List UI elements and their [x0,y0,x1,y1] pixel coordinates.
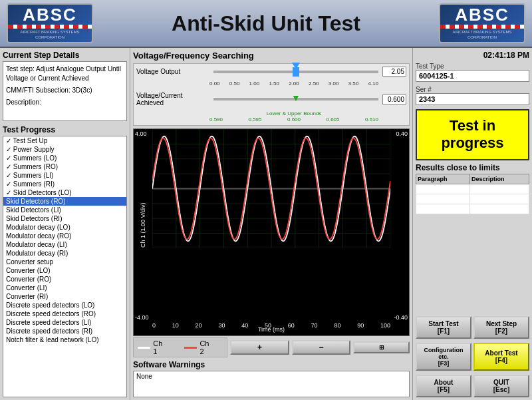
results-row-empty [416,184,529,194]
results-row-empty2 [416,194,529,204]
legend-ch1: Ch 1 [138,339,166,355]
slider-area: Voltage Output 2.05 0.000.501.001.502.00… [133,63,410,126]
test-progress-section: Test Progress ✓ Test Set Up✓ Power Suppl… [3,125,127,397]
sw-warnings-title: Software Warnings [133,360,410,369]
zoom-in-button[interactable]: + [230,340,289,355]
current-ticks: 0.5900.5950.6000.6050.610 [136,116,378,122]
progress-item[interactable]: Discrete speed detectors (LI) [3,318,126,327]
y-axis-left-label: Ch 1 (1.00 V/div) [134,129,152,321]
progress-item[interactable]: Converter (RI) [3,292,126,301]
quit-button[interactable]: QUIT[Esc] [473,375,529,397]
logo-stripe-right [440,25,524,29]
progress-item[interactable]: Skid Detectors (RI) [3,214,126,223]
progress-item[interactable]: Modulator decay (LI) [3,240,126,249]
voltage-ticks: 0.000.501.001.502.002.503.003.504.10 [136,81,378,87]
serial-row: Ser # 2343 [416,86,529,105]
progress-item[interactable]: ✓ Summers (LO) [3,154,126,162]
chart-svg [152,129,390,248]
voltage-row: Voltage Output 2.05 [136,67,406,77]
voltage-value: 2.05 [382,67,406,77]
progress-item[interactable]: ✓ Skid Detectors (LO) [3,188,126,197]
serial-value: 2343 [416,93,529,105]
current-track[interactable]: ▼ [213,98,378,100]
progress-item[interactable]: Discrete speed detectors (RI) [3,327,126,335]
header: ABSC AIRCRAFT BRAKING SYSTEMS CORPORATIO… [0,0,532,48]
vf-title: Voltage/Frequency Searching [133,51,410,61]
y-bottom-left: -4.00 [135,314,149,321]
description-label: Description: [6,98,124,107]
progress-item[interactable]: Modulator decay (RI) [3,249,126,258]
progress-item[interactable]: Converter (LI) [3,284,126,292]
progress-item[interactable]: Converter setup [3,258,126,266]
legend-ch2: Ch 2 [184,339,212,355]
test-type-label: Test Type [416,63,529,70]
progress-item[interactable]: Skid Detectors (LI) [3,206,126,214]
zoom-fit-button[interactable]: ⊞ [353,341,410,353]
logo-left: ABSC AIRCRAFT BRAKING SYSTEMS CORPORATIO… [7,3,93,43]
current-value: 0.600 [382,95,406,104]
progress-item[interactable]: ✓ Summers (RI) [3,180,126,188]
sw-warnings-value: None [136,373,152,380]
test-in-progress-badge: Test in progress [416,109,529,160]
button-row-2: Configuration etc.[F3] Abort Test[F4] [416,343,529,371]
ch2-color-swatch [184,347,197,349]
results-col1: Paragraph [416,174,470,184]
logo-sub-right: AIRCRAFT BRAKING SYSTEMS CORPORATION [440,30,524,41]
logo-sub-left: AIRCRAFT BRAKING SYSTEMS CORPORATION [8,30,92,41]
center-panel: Voltage/Frequency Searching Voltage Outp… [130,48,412,400]
config-button[interactable]: Configuration etc.[F3] [416,343,471,371]
left-panel: Current Step Details Test step: Adjust A… [0,48,130,400]
y-top-right: 0.40 [396,130,408,137]
serial-label: Ser # [416,86,529,93]
step-text: Test step: Adjust Analogue Output Until … [6,65,124,83]
progress-item[interactable]: Modulator decay (RO) [3,232,126,240]
results-section: Results close to limits Paragraph Descri… [416,163,529,313]
zoom-out-button[interactable]: − [292,340,351,355]
button-row-1: Start Test[F1] Next Step[F2] [416,316,529,339]
progress-item[interactable]: Converter (LO) [3,266,126,275]
current-bounds-label: Lower & Upper Bounds [136,110,378,116]
progress-item[interactable]: Skid Detectors (RO) [3,197,126,206]
voltage-track[interactable] [213,71,378,73]
about-button[interactable]: About[F5] [416,375,471,397]
current-step-title: Current Step Details [3,51,127,60]
progress-item[interactable]: ✓ Power Supply [3,145,126,154]
chart-container: Ch 1 (1.00 V/div) 4.00 -4.00 0.40 -0.40 … [133,128,410,336]
current-step-box: Test step: Adjust Analogue Output Until … [3,61,127,121]
ch1-color-swatch [138,347,150,349]
progress-item[interactable]: ✓ Summers (LI) [3,171,126,180]
sw-warnings-box: None [133,371,410,397]
time-display: 02:41:18 PM [416,51,529,60]
page-title: Anti-Skid Unit Test [93,11,439,36]
button-row-3: About[F5] QUIT[Esc] [416,375,529,397]
progress-item[interactable]: ✓ Test Set Up [3,136,126,145]
current-thumb[interactable]: ▼ [291,93,301,103]
next-step-button[interactable]: Next Step[F2] [473,316,529,339]
progress-item[interactable]: Discrete speed detectors (LO) [3,301,126,309]
progress-item[interactable]: Notch filter & lead network (LO) [3,335,126,344]
voltage-arrow [292,63,300,69]
test-type-row: Test Type 6004125-1 [416,63,529,82]
results-col2: Description [469,174,529,184]
voltage-label: Voltage Output [136,68,209,75]
start-test-button[interactable]: Start Test[F1] [416,316,471,339]
current-row: Voltage/Current Achieved ▼ 0.600 [136,92,406,106]
progress-item[interactable]: Converter (RO) [3,275,126,284]
logo-text-right: ABSC [455,6,509,23]
results-table: Paragraph Description [416,174,529,214]
results-title: Results close to limits [416,163,529,172]
progress-list[interactable]: ✓ Test Set Up✓ Power Supply✓ Summers (LO… [3,136,127,397]
results-row-empty3 [416,204,529,214]
y-bottom-right: -0.40 [394,314,408,321]
test-progress-title: Test Progress [3,125,127,134]
y-top-left: 4.00 [135,130,147,137]
progress-item[interactable]: Discrete speed detectors (RO) [3,309,126,318]
logo-stripe-left [8,25,92,29]
test-type-value: 6004125-1 [416,70,529,82]
progress-item[interactable]: ✓ Summers (RO) [3,162,126,171]
cmm-text: CMM/FTI Subsection: 3D(3c) [6,86,124,95]
software-warnings-section: Software Warnings None [133,360,410,397]
chart-legend: Ch 1 Ch 2 [133,337,227,357]
abort-test-button[interactable]: Abort Test[F4] [473,343,529,371]
progress-item[interactable]: Modulator decay (LO) [3,223,126,232]
